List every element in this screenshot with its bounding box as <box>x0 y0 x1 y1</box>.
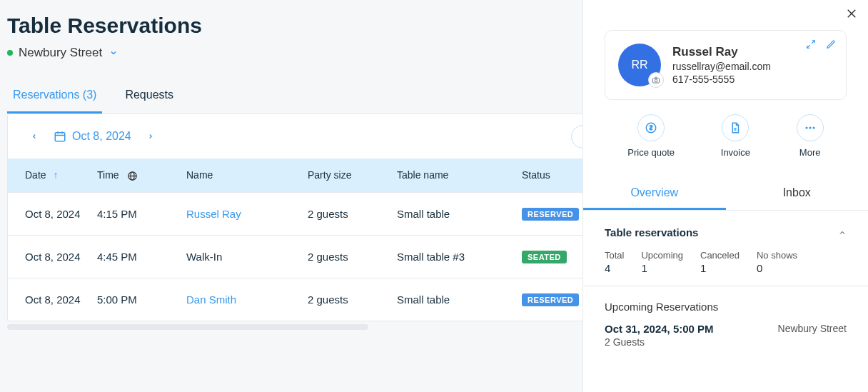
globe-icon <box>127 171 138 181</box>
avatar[interactable]: RR <box>618 44 661 86</box>
page-title: Table Reservations <box>7 14 633 38</box>
upcoming-when: Oct 31, 2024, 5:00 PM <box>605 323 714 335</box>
svg-rect-4 <box>55 133 65 141</box>
section-title: Table reservations <box>605 226 698 238</box>
cell-table: Small table <box>397 278 522 321</box>
cell-date: Oct 8, 2024 <box>8 235 97 278</box>
price-quote-label: Price quote <box>627 147 675 158</box>
upcoming-item[interactable]: Oct 31, 2024, 5:00 PM Newbury Street <box>583 318 868 335</box>
col-date-label: Date <box>25 169 46 181</box>
chevron-down-icon <box>109 49 118 57</box>
contact-phone: 617-555-5555 <box>672 74 771 85</box>
location-name: Newbury Street <box>19 46 102 60</box>
col-time[interactable]: Time <box>97 159 186 192</box>
expand-icon <box>806 39 816 49</box>
chevron-up-icon <box>838 228 847 237</box>
col-table[interactable]: Table name <box>397 159 522 192</box>
stats-row: Total 4 Upcoming 1 Canceled 1 No shows 0 <box>583 246 868 286</box>
prev-day-button[interactable] <box>25 129 44 144</box>
scrollbar-thumb[interactable] <box>7 324 368 330</box>
section-table-reservations[interactable]: Table reservations <box>583 211 868 246</box>
expand-button[interactable] <box>806 39 816 49</box>
svg-rect-22 <box>653 79 660 84</box>
status-badge: SEATED <box>522 251 567 263</box>
stat-upcoming: Upcoming 1 <box>641 250 683 274</box>
stat-noshow-value: 0 <box>757 262 797 274</box>
svg-point-23 <box>655 79 657 82</box>
date-value: Oct 8, 2024 <box>72 130 131 143</box>
status-dot-icon <box>7 50 13 56</box>
cell-time: 4:45 PM <box>97 235 186 278</box>
cell-party: 2 guests <box>308 192 397 235</box>
invoice-label: Invoice <box>721 147 750 158</box>
invoice-action[interactable]: Invoice <box>721 114 750 158</box>
tab-requests[interactable]: Requests <box>119 81 179 114</box>
date-picker[interactable]: Oct 8, 2024 <box>54 130 131 143</box>
svg-point-29 <box>812 126 814 129</box>
edit-contact-button[interactable] <box>826 39 836 49</box>
upcoming-where: Newbury Street <box>778 323 847 335</box>
svg-point-28 <box>809 126 811 129</box>
stat-noshow: No shows 0 <box>757 250 797 274</box>
cell-time: 4:15 PM <box>97 192 186 235</box>
more-label: More <box>799 147 821 158</box>
cell-party: 2 guests <box>308 278 397 321</box>
stat-canceled-label: Canceled <box>700 250 740 261</box>
more-action[interactable]: More <box>797 114 824 158</box>
status-badge: RESERVED <box>522 208 579 221</box>
contact-side-panel: RR Russel Ray russellray@email.com 617-5… <box>582 0 868 392</box>
cell-time: 5:00 PM <box>97 278 186 321</box>
cell-name[interactable]: Russel Ray <box>186 192 308 235</box>
col-date[interactable]: Date ↑ <box>8 159 97 192</box>
svg-line-24 <box>812 41 814 44</box>
stat-canceled-value: 1 <box>700 262 740 274</box>
sort-asc-icon: ↑ <box>53 169 58 181</box>
cell-date: Oct 8, 2024 <box>8 192 97 235</box>
stat-total-label: Total <box>605 250 624 261</box>
stat-upcoming-label: Upcoming <box>641 250 683 261</box>
cell-table: Small table <box>397 192 522 235</box>
col-name[interactable]: Name <box>186 159 308 192</box>
avatar-initials: RR <box>631 59 647 71</box>
contact-name: Russel Ray <box>672 45 771 59</box>
col-time-label: Time <box>97 169 119 181</box>
more-icon <box>797 114 824 141</box>
panel-tab-overview[interactable]: Overview <box>583 178 726 210</box>
next-day-button[interactable] <box>141 129 160 144</box>
price-quote-action[interactable]: Price quote <box>627 114 675 158</box>
pencil-icon <box>826 39 836 49</box>
calendar-icon <box>54 130 66 143</box>
status-badge: RESERVED <box>522 293 579 306</box>
svg-line-25 <box>807 45 810 48</box>
camera-icon[interactable] <box>648 72 664 88</box>
contact-card: RR Russel Ray russellray@email.com 617-5… <box>605 30 847 100</box>
close-icon <box>845 7 858 20</box>
stat-canceled: Canceled 1 <box>700 250 740 274</box>
cell-party: 2 guests <box>308 235 397 278</box>
cell-date: Oct 8, 2024 <box>8 278 97 321</box>
invoice-icon <box>722 114 749 141</box>
col-party[interactable]: Party size <box>308 159 397 192</box>
cell-name[interactable]: Dan Smith <box>186 278 308 321</box>
stat-total: Total 4 <box>605 250 624 274</box>
upcoming-title: Upcoming Reservations <box>583 286 868 318</box>
cell-table: Small table #3 <box>397 235 522 278</box>
close-panel-button[interactable] <box>845 7 858 20</box>
cell-name: Walk-In <box>186 235 308 278</box>
tab-reservations[interactable]: Reservations (3) <box>7 81 102 114</box>
stat-upcoming-value: 1 <box>641 262 683 274</box>
stat-noshow-label: No shows <box>757 250 797 261</box>
panel-tab-inbox[interactable]: Inbox <box>726 178 869 210</box>
stat-total-value: 4 <box>605 262 624 274</box>
upcoming-guests: 2 Guests <box>583 335 868 349</box>
contact-email: russellray@email.com <box>672 61 771 72</box>
svg-point-27 <box>805 126 807 129</box>
dollar-icon <box>637 114 665 141</box>
